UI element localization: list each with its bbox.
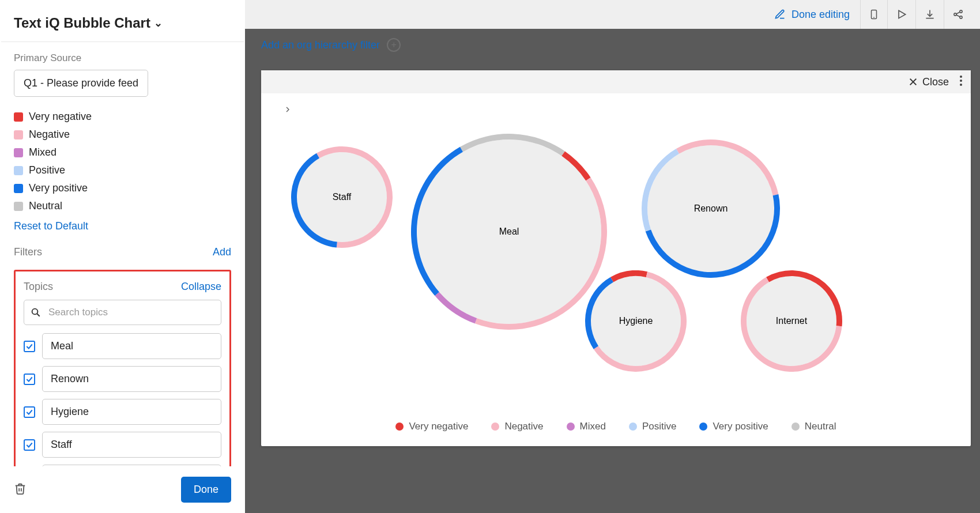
bubble-renown[interactable]: Renown: [642, 139, 780, 278]
chart-legend-label: Neutral: [805, 421, 836, 432]
close-icon: [909, 77, 918, 86]
sentiment-legend-item: Negative: [14, 129, 231, 141]
dot-icon: [629, 423, 637, 431]
svg-line-9: [956, 12, 960, 14]
topic-row: Meal: [24, 333, 221, 359]
swatch-icon: [14, 166, 23, 175]
topics-label: Topics: [24, 281, 53, 293]
chart-legend-item: Mixed: [567, 421, 606, 432]
sentiment-label: Negative: [29, 129, 70, 141]
swatch-icon: [14, 148, 23, 157]
top-toolbar: Done editing: [245, 0, 980, 29]
bubble-staff[interactable]: Staff: [291, 146, 393, 248]
topic-name-field[interactable]: Staff: [42, 432, 221, 458]
edit-icon: [774, 9, 786, 20]
sentiment-label: Very negative: [29, 111, 92, 123]
delete-widget-button[interactable]: [14, 482, 27, 497]
topic-row: Hygiene: [24, 399, 221, 425]
primary-source-value: Q1 - Please provide feed: [24, 77, 138, 89]
chart-legend-label: Mixed: [580, 421, 606, 432]
done-editing-button[interactable]: Done editing: [774, 9, 860, 21]
kebab-icon: [959, 75, 963, 86]
share-button[interactable]: [944, 0, 972, 29]
svg-point-0: [32, 309, 38, 315]
sentiment-label: Very positive: [29, 182, 88, 194]
sentiment-legend-item: Very negative: [14, 111, 231, 123]
chart-panel: Close Meal Renown Staff Hyg: [261, 70, 971, 446]
topic-checkbox[interactable]: [24, 341, 35, 352]
sentiment-label: Neutral: [29, 200, 62, 212]
bubble-internet[interactable]: Internet: [741, 270, 842, 372]
add-hierarchy-label: Add an org hierarchy filter: [261, 39, 380, 51]
swatch-icon: [14, 112, 23, 122]
check-icon: [25, 342, 33, 350]
bubble-label: Renown: [694, 203, 728, 213]
filters-label: Filters: [14, 246, 42, 258]
done-button[interactable]: Done: [181, 477, 231, 503]
filters-header: Filters Add: [14, 246, 231, 258]
chart-legend: Very negativeNegativeMixedPositiveVery p…: [261, 410, 971, 446]
topic-checkbox[interactable]: [24, 374, 35, 385]
check-icon: [25, 375, 33, 383]
download-button[interactable]: [915, 0, 944, 29]
widget-title-text: Text iQ Bubble Chart: [14, 15, 150, 31]
bubble-label: Staff: [333, 192, 352, 202]
dot-icon: [699, 423, 707, 431]
svg-point-13: [960, 76, 962, 78]
sentiment-legend-item: Mixed: [14, 146, 231, 159]
share-icon: [952, 9, 964, 20]
mobile-icon: [869, 8, 879, 21]
dot-icon: [395, 423, 404, 431]
dot-icon: [567, 423, 575, 431]
topic-row: Staff: [24, 432, 221, 458]
chart-legend-item: Negative: [491, 421, 543, 432]
collapse-link[interactable]: Collapse: [181, 281, 221, 293]
download-icon: [924, 9, 936, 20]
chart-legend-item: Positive: [629, 421, 677, 432]
bubble-label: Meal: [499, 227, 519, 236]
reset-to-default-link[interactable]: Reset to Default: [14, 220, 88, 232]
sentiment-legend-item: Neutral: [14, 200, 231, 212]
bubble-chart[interactable]: Meal Renown Staff Hygiene Internet: [261, 93, 971, 410]
bubble-hygiene[interactable]: Hygiene: [585, 270, 687, 372]
close-label: Close: [922, 76, 949, 88]
widget-title[interactable]: Text iQ Bubble Chart ⌄: [0, 0, 245, 42]
panel-more-button[interactable]: [957, 75, 965, 89]
swatch-icon: [14, 202, 23, 211]
bubble-meal[interactable]: Meal: [411, 134, 607, 330]
swatch-icon: [14, 130, 23, 139]
add-filter-link[interactable]: Add: [213, 246, 231, 258]
topic-name-field[interactable]: Hygiene: [42, 399, 221, 425]
preview-button[interactable]: [887, 0, 915, 29]
bubble-label: Internet: [776, 316, 808, 326]
bubble-label: Hygiene: [619, 316, 653, 326]
chart-panel-toolbar: Close: [261, 70, 971, 93]
chart-legend-label: Negative: [504, 421, 543, 432]
trash-icon: [14, 482, 27, 495]
chart-legend-item: Neutral: [791, 421, 836, 432]
check-icon: [25, 441, 33, 449]
mobile-preview-button[interactable]: [860, 0, 887, 29]
search-icon: [31, 307, 41, 318]
topic-name-field[interactable]: Meal: [42, 333, 221, 359]
topic-checkbox[interactable]: [24, 406, 35, 418]
swatch-icon: [14, 184, 23, 193]
sentiment-label: Positive: [29, 164, 65, 176]
svg-line-1: [37, 314, 40, 316]
topic-checkbox[interactable]: [24, 439, 35, 451]
primary-source-label: Primary Source: [14, 52, 231, 64]
search-topics-input[interactable]: [24, 300, 221, 325]
svg-point-15: [960, 84, 962, 86]
topic-name-field[interactable]: Renown: [42, 366, 221, 392]
topic-row: Renown: [24, 366, 221, 392]
topics-section: Topics Collapse Meal Renown Hygiene Staf…: [14, 270, 231, 466]
chart-legend-item: Very positive: [699, 421, 768, 432]
sentiment-label: Mixed: [29, 146, 56, 159]
primary-source-select[interactable]: Q1 - Please provide feed: [14, 70, 148, 97]
sentiment-legend: Very negativeNegativeMixedPositiveVery p…: [14, 111, 231, 212]
close-panel-button[interactable]: Close: [909, 76, 949, 88]
canvas: Done editing Add an org hierarchy filter…: [245, 0, 980, 513]
add-hierarchy-filter[interactable]: Add an org hierarchy filter +: [261, 38, 401, 52]
chart-legend-label: Positive: [642, 421, 677, 432]
svg-line-10: [956, 15, 960, 17]
